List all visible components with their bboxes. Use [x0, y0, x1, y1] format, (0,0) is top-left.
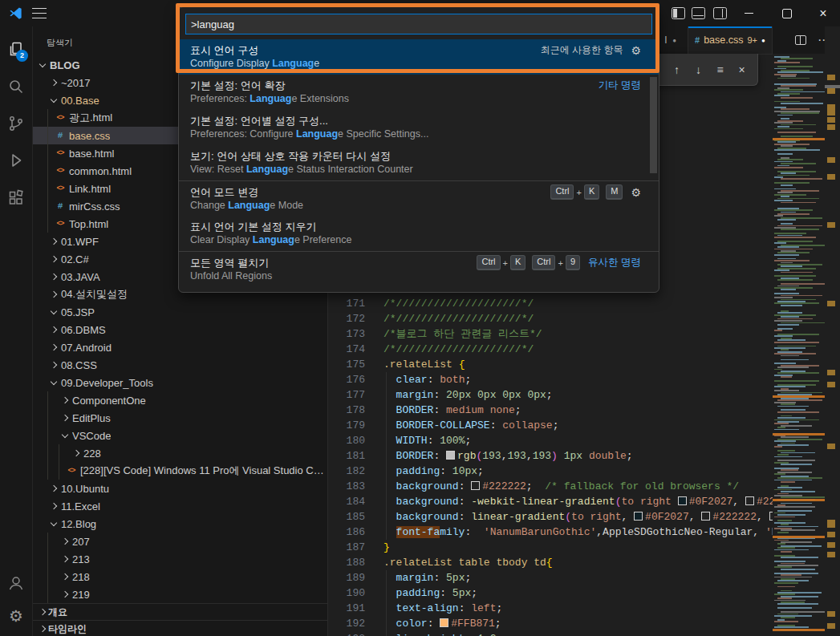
minimap[interactable] [773, 54, 825, 636]
overview-ruler[interactable] [825, 26, 840, 636]
account-icon[interactable] [0, 567, 32, 599]
palette-item[interactable]: 표시 언어 구성최근에 사용한 항목⚙Configure Display Lan… [179, 39, 659, 75]
maximize-button[interactable] [770, 0, 804, 26]
html-file-icon: <> [53, 167, 67, 175]
palette-item[interactable]: 보기: 언어 상태 상호 작용 카운터 다시 설정View: Reset Lan… [179, 145, 659, 180]
configure-keybinding-gear-icon[interactable]: ⚙ [631, 186, 641, 199]
chevron-right-icon [48, 363, 59, 367]
tree-item[interactable]: 213 [32, 550, 327, 568]
tree-item-label: Top.html [69, 218, 108, 230]
sidebar-section-outline[interactable]: 개요 [32, 603, 327, 621]
activity-bar: 2 ⚙ [0, 26, 33, 636]
tree-item[interactable]: 08.CSS [32, 356, 327, 374]
ruler-mark [827, 124, 835, 130]
tree-item[interactable]: <>[228][VS Code] Windows 11 Pro에 Visual … [32, 462, 327, 480]
menu-icon[interactable] [32, 8, 47, 18]
html-file-icon: <> [53, 184, 67, 192]
toggle-secondary-sidebar-icon[interactable] [713, 7, 727, 19]
tree-item[interactable]: 218 [32, 568, 327, 585]
sidebar-section-timeline[interactable]: 타임라인 [32, 620, 327, 636]
tree-item-label: 03.JAVA [61, 271, 100, 283]
code-line: 191 text-align: left; [328, 601, 773, 616]
line-number: 171 [328, 296, 365, 311]
find-in-selection-icon[interactable]: ≡ [714, 63, 726, 76]
close-icon[interactable]: × [736, 63, 748, 76]
tree-item[interactable]: 207 [32, 533, 327, 550]
palette-item[interactable]: 개발자: 로그 수준 설정 [179, 286, 659, 293]
previous-match-icon[interactable]: ↑ [671, 63, 683, 76]
tree-item-label: 09.Developer_Tools [61, 377, 153, 389]
configure-keybinding-gear-icon[interactable]: ⚙ [631, 44, 641, 57]
chevron-right-icon [59, 575, 71, 579]
command-palette: 표시 언어 구성최근에 사용한 항목⚙Configure Display Lan… [178, 6, 659, 293]
palette-item[interactable]: 기본 설정: 언어별 설정 구성...Preferences: Configur… [179, 110, 659, 145]
chevron-right-icon [59, 557, 71, 561]
palette-item[interactable]: 언어 모드 변경Ctrl+KM⚙Change Language Mode [179, 180, 659, 216]
code-line: 183 background: #222222; /* fallback for… [328, 479, 773, 494]
palette-item-title: 모든 영역 펼치기 [190, 256, 470, 270]
tree-item-label: 11.Excel [61, 500, 100, 512]
command-input[interactable] [186, 14, 651, 34]
section-label: 개요 [48, 606, 67, 619]
run-and-debug-icon[interactable] [0, 144, 32, 176]
tree-item[interactable]: 09.Developer_Tools [32, 374, 327, 391]
recently-used-label: 최근에 사용한 항목 [541, 43, 623, 57]
tree-item[interactable]: VSCode [32, 427, 327, 444]
line-number: 192 [328, 616, 365, 631]
tree-item[interactable]: 06.DBMS [32, 321, 327, 338]
chevron-right-icon [48, 487, 59, 491]
palette-item[interactable]: 기본 설정: 언어 확장기타 명령Preferences: Language E… [179, 75, 659, 110]
split-editor-icon[interactable] [795, 35, 806, 45]
ruler-mark [827, 75, 835, 80]
tree-item[interactable]: 10.Ubuntu [32, 480, 327, 497]
chevron-down-icon [48, 99, 59, 102]
palette-scrollbar[interactable] [650, 77, 657, 173]
chevron-right-icon [48, 240, 59, 244]
tree-item[interactable]: 12.Blog [32, 515, 327, 533]
line-number: 176 [328, 372, 365, 387]
indent-guide [47, 391, 48, 480]
command-group-link[interactable]: 기타 명령 [599, 79, 641, 92]
search-icon[interactable] [0, 71, 32, 103]
tree-item[interactable]: 219 [32, 585, 327, 603]
tree-item-label: 219 [72, 589, 90, 601]
keybinding-key: Ctrl [477, 255, 500, 270]
minimize-button[interactable] [732, 0, 765, 26]
source-control-icon[interactable] [0, 107, 32, 140]
toggle-panel-icon[interactable] [692, 7, 705, 19]
code-line: 172/*////////////////////*/ [328, 311, 773, 326]
ruler-mark [827, 174, 835, 180]
keybinding-key: M [606, 184, 623, 200]
tree-item[interactable]: 11.Excel [32, 497, 327, 515]
line-number: 185 [328, 509, 365, 525]
palette-item[interactable]: 표시 언어 기본 설정 지우기Clear Display Language Pr… [179, 216, 659, 251]
explorer-icon[interactable]: 2 [0, 34, 32, 66]
command-group-link[interactable]: 유사한 명령 [588, 256, 641, 269]
line-number: 181 [328, 448, 365, 464]
maximize-icon [782, 9, 792, 18]
tree-item[interactable]: 07.Android [32, 338, 327, 356]
tree-item-label: EditPlus [72, 412, 111, 424]
ruler-mark [827, 382, 835, 387]
code-editor[interactable]: 171/*////////////////////*/172/*////////… [328, 296, 773, 636]
color-swatch [701, 512, 710, 521]
code-line: 177 margin: 20px 0px 0px 0px; [328, 387, 773, 403]
tree-item[interactable]: ComponentOne [32, 391, 327, 409]
palette-item[interactable]: 모든 영역 펼치기Ctrl+KCtrl+9유사한 명령Unfold All Re… [179, 251, 659, 286]
color-swatch [634, 512, 643, 521]
close-button[interactable]: × [806, 0, 840, 26]
next-match-icon[interactable]: ↓ [692, 63, 704, 76]
tree-item[interactable]: 228 [32, 444, 327, 462]
tree-item[interactable]: 05.JSP [32, 303, 327, 321]
tree-item-label: 광고.html [69, 111, 112, 125]
extensions-icon[interactable] [0, 182, 32, 214]
tab-base-css[interactable]: # base.css 9+ ● [688, 26, 773, 54]
toggle-sidebar-icon[interactable] [672, 7, 685, 19]
ruler-scroll-indicator [825, 85, 840, 88]
code-line: 186 font-family: 'NanumBarunGothic',Appl… [328, 525, 773, 540]
palette-item-title: 보기: 언어 상태 상호 작용 카운터 다시 설정 [190, 149, 641, 164]
tree-item[interactable]: EditPlus [32, 409, 327, 427]
settings-gear-icon[interactable]: ⚙ [0, 600, 32, 632]
ruler-mark [827, 532, 835, 537]
code-line: 185 background: linear-gradient(to right… [328, 509, 773, 525]
